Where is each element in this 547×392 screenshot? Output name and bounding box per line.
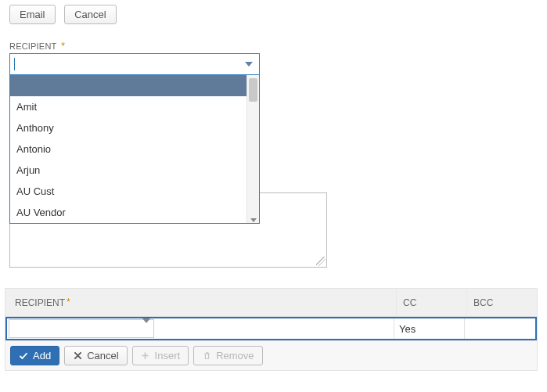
- scroll-down-button[interactable]: [247, 218, 259, 222]
- dropdown-toggle[interactable]: [142, 323, 150, 335]
- recipient-grid: RECIPIENT * CC BCC Yes Add: [5, 288, 538, 371]
- recipient-label: RECIPIENT: [9, 41, 56, 51]
- required-star: *: [67, 297, 70, 307]
- remove-button: Remove: [193, 346, 262, 365]
- dropdown-option[interactable]: [10, 75, 247, 96]
- insert-button: Insert: [132, 346, 189, 365]
- dropdown-option[interactable]: AU Cust: [10, 181, 247, 202]
- x-icon: [73, 351, 82, 361]
- text-caret: [14, 58, 15, 70]
- cell-cc[interactable]: Yes: [394, 318, 465, 339]
- chevron-down-icon: [142, 318, 150, 335]
- recipient-field-wrap: RECIPIENT * Amit Anthony Antonio Arjun A…: [9, 40, 547, 268]
- remove-label: Remove: [216, 350, 254, 361]
- cancel-button[interactable]: Cancel: [64, 5, 116, 24]
- add-label: Add: [33, 350, 51, 361]
- dropdown-list: Amit Anthony Antonio Arjun AU Cust AU Ve…: [10, 75, 247, 223]
- dropdown-toggle[interactable]: [239, 55, 258, 74]
- recipient-combobox[interactable]: Amit Anthony Antonio Arjun AU Cust AU Ve…: [9, 53, 260, 75]
- cell-recipient: [7, 318, 394, 339]
- grid-edit-row: Yes: [5, 317, 537, 340]
- dropdown-option[interactable]: Arjun: [10, 160, 247, 181]
- grid-action-bar: Add Cancel Insert Remove: [5, 340, 537, 370]
- grid-header: RECIPIENT * CC BCC: [5, 289, 537, 317]
- recipient-dropdown: Amit Anthony Antonio Arjun AU Cust AU Ve…: [9, 75, 260, 224]
- trash-icon: [202, 351, 211, 361]
- insert-label: Insert: [155, 350, 181, 361]
- resize-handle[interactable]: [316, 257, 326, 266]
- row-cancel-label: Cancel: [87, 350, 118, 361]
- dropdown-option[interactable]: Antonio: [10, 138, 247, 160]
- dropdown-option[interactable]: AU Vendor: [10, 202, 247, 223]
- row-cancel-button[interactable]: Cancel: [64, 346, 127, 365]
- col-cc: CC: [396, 289, 466, 316]
- col-recipient: RECIPIENT *: [5, 297, 396, 309]
- row-recipient-combobox[interactable]: [9, 319, 154, 338]
- col-bcc: BCC: [466, 289, 537, 316]
- scrollbar-thumb[interactable]: [249, 78, 257, 102]
- top-button-row: Email Cancel: [9, 5, 547, 24]
- email-button[interactable]: Email: [9, 5, 56, 24]
- add-button[interactable]: Add: [10, 346, 59, 365]
- col-recipient-label: RECIPIENT: [15, 297, 65, 308]
- cell-bcc[interactable]: [465, 318, 535, 339]
- dropdown-option[interactable]: Anthony: [10, 117, 247, 138]
- recipient-input[interactable]: [9, 53, 260, 75]
- check-icon: [19, 351, 28, 361]
- required-star: *: [61, 40, 65, 52]
- plus-icon: [141, 351, 150, 361]
- chevron-down-icon: [245, 62, 253, 67]
- dropdown-option[interactable]: Amit: [10, 96, 247, 117]
- chevron-down-icon: [250, 218, 257, 222]
- dropdown-scrollbar[interactable]: [247, 75, 259, 223]
